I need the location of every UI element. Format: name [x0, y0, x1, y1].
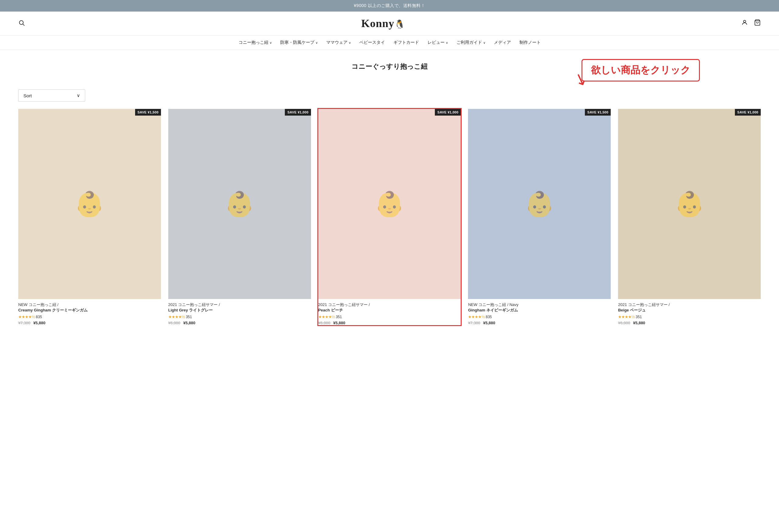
star-rating: ★★★★½: [468, 315, 484, 319]
cart-icon: [754, 19, 761, 26]
sale-price: ¥5,880: [333, 321, 345, 325]
nav-item-review[interactable]: レビュー ∨: [427, 40, 448, 45]
annotation-text: 欲しい商品をクリック: [591, 64, 691, 75]
save-badge: SAVE ¥1,000: [735, 109, 761, 116]
save-badge: SAVE ¥1,500: [135, 109, 161, 116]
sale-price: ¥5,880: [633, 321, 645, 325]
original-price: ¥7,380: [18, 321, 31, 325]
stars-row: ★★★★½ 351: [318, 315, 461, 319]
product-image: SAVE ¥1,500 👶: [18, 109, 161, 299]
product-name: 2021 コニー抱っこ紐サマー /Beige ベージュ: [618, 302, 761, 313]
product-image: SAVE ¥1,000 👶: [618, 109, 761, 299]
chevron-down-icon: ∨: [446, 41, 448, 45]
star-rating: ★★★★½: [618, 315, 635, 319]
star-rating: ★★★★½: [318, 315, 335, 319]
product-card-3[interactable]: SAVE ¥1,000 👶 2021 コニー抱っこ紐サマー /Peach ピーチ…: [318, 109, 461, 325]
chevron-down-icon: ∨: [269, 41, 272, 45]
stars-row: ★★★★½ 835: [18, 315, 161, 319]
logo[interactable]: Konny🐧: [25, 17, 741, 30]
top-banner: ¥9000 以上のご購入で、送料無料！: [0, 0, 779, 12]
sale-price: ¥5,880: [483, 321, 495, 325]
sort-label: Sort: [23, 93, 32, 98]
product-card-4[interactable]: SAVE ¥1,500 👶 NEW コニー抱っこ紐 / NavyGingham …: [468, 109, 611, 325]
review-count: 351: [336, 315, 342, 319]
review-count: 351: [186, 315, 192, 319]
original-price: ¥6,880: [318, 321, 331, 325]
banner-text: ¥9000 以上のご購入で、送料無料！: [354, 3, 425, 8]
main-content: コニーぐっすり抱っこ紐 欲しい商品をクリック ↙ Sort ∨ SAVE ¥1,…: [0, 50, 779, 337]
stars-row: ★★★★½ 835: [468, 315, 611, 319]
header-right: [741, 19, 761, 28]
search-icon: [18, 19, 25, 26]
save-badge: SAVE ¥1,500: [585, 109, 611, 116]
product-card-1[interactable]: SAVE ¥1,500 👶 NEW コニー抱っこ紐 /Creamy Gingha…: [18, 109, 161, 325]
nav-item-notes[interactable]: 制作ノート: [520, 40, 541, 45]
product-card-5[interactable]: SAVE ¥1,000 👶 2021 コニー抱っこ紐サマー /Beige ベージ…: [618, 109, 761, 325]
product-placeholder-icon: 👶: [374, 190, 405, 218]
original-price: ¥6,880: [618, 321, 630, 325]
nav-item-cape[interactable]: 防寒・防風ケープ ∨: [280, 40, 318, 45]
product-placeholder-icon: 👶: [674, 190, 705, 218]
original-price: ¥6,880: [168, 321, 180, 325]
product-name: 2021 コニー抱っこ紐サマー /Light Grey ライトグレー: [168, 302, 311, 313]
product-image: SAVE ¥1,000 👶: [318, 109, 461, 299]
save-badge: SAVE ¥1,000: [285, 109, 311, 116]
price-row: ¥6,880 ¥5,880: [618, 321, 761, 325]
stars-row: ★★★★½ 351: [618, 315, 761, 319]
nav-item-baby-carrier[interactable]: コニー抱っこ紐 ∨: [239, 40, 272, 45]
product-grid: SAVE ¥1,500 👶 NEW コニー抱っこ紐 /Creamy Gingha…: [18, 109, 761, 325]
annotation-arrow-icon: ↙: [572, 69, 589, 89]
star-rating: ★★★★½: [18, 315, 35, 319]
review-count: 351: [636, 315, 642, 319]
sale-price: ¥5,880: [183, 321, 195, 325]
annotation-bubble: 欲しい商品をクリック: [582, 59, 700, 81]
star-rating: ★★★★½: [168, 315, 185, 319]
price-row: ¥7,380 ¥5,880: [18, 321, 161, 325]
nav-item-media[interactable]: メディア: [494, 40, 511, 45]
product-name: NEW コニー抱っこ紐 / NavyGingham ネイビーギンガム: [468, 302, 611, 313]
logo-penguin-icon: 🐧: [395, 19, 405, 29]
product-placeholder-icon: 👶: [74, 190, 105, 218]
chevron-down-icon: ∨: [315, 41, 318, 45]
annotation-container: 欲しい商品をクリック: [582, 59, 700, 81]
sort-dropdown[interactable]: Sort ∨: [18, 89, 85, 102]
sale-price: ¥5,880: [33, 321, 45, 325]
search-button[interactable]: [18, 19, 25, 28]
product-name: NEW コニー抱っこ紐 /Creamy Gingham クリーミーギンガム: [18, 302, 161, 313]
product-placeholder-icon: 👶: [524, 190, 555, 218]
chevron-down-icon: ∨: [483, 41, 485, 45]
logo-text: Konny: [361, 17, 395, 29]
stars-row: ★★★★½ 351: [168, 315, 311, 319]
svg-point-2: [743, 20, 745, 22]
review-count: 835: [486, 315, 492, 319]
save-badge: SAVE ¥1,000: [435, 109, 461, 116]
original-price: ¥7,380: [468, 321, 480, 325]
chevron-down-icon: ∨: [349, 41, 351, 45]
account-button[interactable]: [741, 19, 748, 28]
product-name: 2021 コニー抱っこ紐サマー /Peach ピーチ: [318, 302, 461, 313]
header-left: [18, 19, 25, 28]
sort-chevron-icon: ∨: [77, 93, 80, 98]
nav-item-mama-wear[interactable]: ママウェア ∨: [326, 40, 351, 45]
svg-line-1: [23, 24, 24, 25]
product-image: SAVE ¥1,000 👶: [168, 109, 311, 299]
price-row: ¥6,880 ¥5,880: [318, 321, 461, 325]
sort-row: Sort ∨: [18, 89, 761, 102]
nav-item-gift-card[interactable]: ギフトカード: [394, 40, 419, 45]
navigation: コニー抱っこ紐 ∨ 防寒・防風ケープ ∨ ママウェア ∨ ベビースタイ ギフトカ…: [0, 36, 779, 50]
cart-button[interactable]: [754, 19, 761, 28]
price-row: ¥7,380 ¥5,880: [468, 321, 611, 325]
product-card-2[interactable]: SAVE ¥1,000 👶 2021 コニー抱っこ紐サマー /Light Gre…: [168, 109, 311, 325]
review-count: 835: [36, 315, 42, 319]
nav-item-guide[interactable]: ご利用ガイド ∨: [457, 40, 485, 45]
product-placeholder-icon: 👶: [224, 190, 255, 218]
nav-item-baby-bib[interactable]: ベビースタイ: [359, 40, 385, 45]
svg-point-0: [19, 20, 23, 24]
product-image: SAVE ¥1,500 👶: [468, 109, 611, 299]
account-icon: [741, 19, 748, 26]
header: Konny🐧: [0, 12, 779, 36]
price-row: ¥6,880 ¥5,880: [168, 321, 311, 325]
